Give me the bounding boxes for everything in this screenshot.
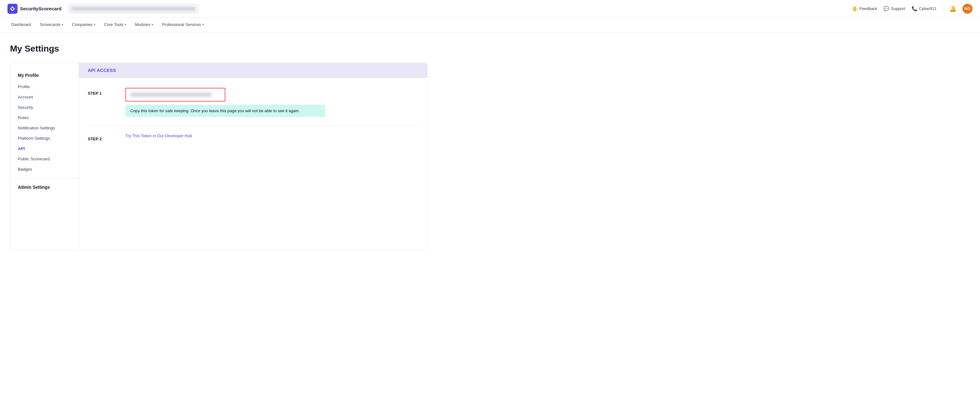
companies-chevron-icon: ▾ — [94, 23, 95, 26]
api-access-header: API ACCESS — [79, 63, 427, 78]
cyber911-link[interactable]: 📞 Cyber911 — [912, 6, 937, 11]
sidebar-section-my-profile: My Profile — [10, 70, 79, 80]
step2-content: Try This Token in Our Developer Hub — [125, 134, 418, 138]
nav-label-dashboard: Dashboard — [11, 22, 31, 27]
nav-item-companies[interactable]: Companies ▾ — [68, 18, 99, 32]
bell-icon: 🔔 — [950, 6, 956, 12]
phone-icon: 📞 — [912, 6, 918, 11]
professional-services-chevron-icon: ▾ — [202, 23, 204, 26]
main-nav: Dashboard Scorecards ▾ Companies ▾ Core … — [0, 18, 980, 32]
settings-sidebar: My Profile Profile Account Security Rule… — [10, 63, 79, 250]
sidebar-item-account[interactable]: Account — [10, 92, 79, 102]
nav-label-modules: Modules — [135, 22, 150, 27]
user-avatar[interactable]: NG — [963, 4, 972, 14]
nav-label-professional-services: Professional Services — [162, 22, 201, 27]
sidebar-divider — [10, 178, 79, 178]
sidebar-item-rules[interactable]: Rules — [10, 113, 79, 123]
red-arrow-icon — [415, 77, 428, 99]
step2-label: STEP 2 — [88, 134, 107, 141]
feedback-icon: 🖐 — [852, 6, 858, 11]
page-title: My Settings — [10, 44, 428, 54]
nav-item-scorecards[interactable]: Scorecards ▾ — [36, 18, 67, 32]
api-step-2: STEP 2 Try This Token in Our Developer H… — [88, 134, 418, 141]
search-bar[interactable] — [68, 4, 199, 14]
token-box-wrapper — [125, 88, 418, 102]
feedback-link[interactable]: 🖐 Feedback — [852, 6, 877, 11]
dev-hub-link[interactable]: Try This Token in Our Developer Hub — [125, 134, 418, 138]
logo-text: SecurityScorecard — [20, 6, 62, 11]
step-divider — [88, 126, 418, 126]
token-notice: Copy this token for safe keeping. Once y… — [125, 105, 325, 117]
nav-label-scorecards: Scorecards — [40, 22, 60, 27]
nav-item-dashboard[interactable]: Dashboard — [8, 18, 35, 32]
sidebar-item-security[interactable]: Security — [10, 102, 79, 113]
support-label: Support — [891, 6, 905, 11]
logo[interactable]: SecurityScorecard — [8, 4, 62, 14]
topbar-right: 🖐 Feedback 💬 Support 📞 Cyber911 🔔 NG — [852, 4, 972, 14]
feedback-label: Feedback — [859, 6, 877, 11]
scorecards-chevron-icon: ▾ — [62, 23, 63, 26]
nav-label-companies: Companies — [72, 22, 92, 27]
sidebar-item-api[interactable]: API — [10, 143, 79, 154]
sidebar-item-platform-settings[interactable]: Platform Settings — [10, 133, 79, 143]
support-link[interactable]: 💬 Support — [883, 6, 905, 11]
nav-item-core-tools[interactable]: Core Tools ▾ — [100, 18, 130, 32]
nav-label-core-tools: Core Tools — [104, 22, 123, 27]
settings-main: API ACCESS STEP 1 — [79, 63, 427, 250]
modules-chevron-icon: ▾ — [151, 23, 153, 26]
page-content: My Settings My Profile Profile Account S… — [0, 32, 438, 261]
nav-item-professional-services[interactable]: Professional Services ▾ — [158, 18, 207, 32]
cyber911-label: Cyber911 — [919, 6, 937, 11]
sidebar-section-admin-settings: Admin Settings — [10, 182, 79, 192]
search-blur — [72, 7, 195, 11]
support-icon: 💬 — [883, 6, 889, 11]
topbar: SecurityScorecard 🖐 Feedback 💬 Support 📞… — [0, 0, 980, 18]
step1-label: STEP 1 — [88, 88, 107, 95]
topbar-divider — [943, 6, 943, 12]
sidebar-item-public-scorecard[interactable]: Public Scorecard — [10, 154, 79, 164]
notifications-bell[interactable]: 🔔 — [950, 5, 956, 12]
settings-layout: My Profile Profile Account Security Rule… — [10, 62, 428, 250]
sidebar-item-notification-settings[interactable]: Notification Settings — [10, 123, 79, 133]
logo-icon — [8, 4, 18, 14]
step1-content: Copy this token for safe keeping. Once y… — [125, 88, 418, 117]
token-value-blur — [130, 92, 212, 97]
sidebar-item-profile[interactable]: Profile — [10, 81, 79, 92]
core-tools-chevron-icon: ▾ — [125, 23, 126, 26]
api-content: STEP 1 — [79, 78, 427, 160]
token-box[interactable] — [125, 88, 225, 102]
sidebar-item-badges[interactable]: Badges — [10, 164, 79, 174]
api-step-1: STEP 1 — [88, 88, 418, 117]
nav-item-modules[interactable]: Modules ▾ — [131, 18, 157, 32]
